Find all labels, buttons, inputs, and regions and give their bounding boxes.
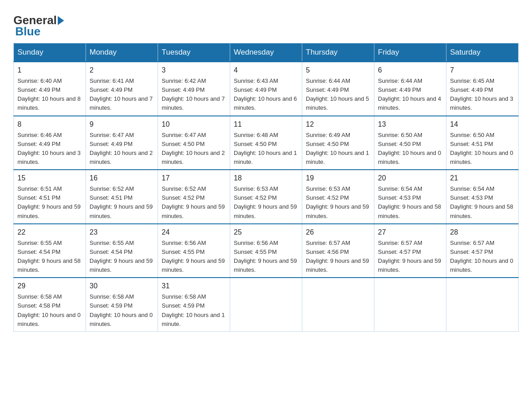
day-number: 27 <box>378 227 442 238</box>
day-info: Sunrise: 6:57 AMSunset: 4:57 PMDaylight:… <box>450 239 515 275</box>
day-number: 28 <box>450 227 515 238</box>
day-number: 10 <box>162 119 226 130</box>
calendar-cell: 9Sunrise: 6:47 AMSunset: 4:49 PMDaylight… <box>86 116 158 170</box>
calendar-cell: 29Sunrise: 6:58 AMSunset: 4:58 PMDayligh… <box>14 278 86 331</box>
weekday-header-tuesday: Tuesday <box>158 43 230 62</box>
calendar-cell <box>302 278 374 331</box>
weekday-header-thursday: Thursday <box>302 43 374 62</box>
calendar-cell <box>374 278 446 331</box>
logo-arrow-icon <box>58 16 64 25</box>
day-number: 1 <box>17 65 82 76</box>
day-info: Sunrise: 6:44 AMSunset: 4:49 PMDaylight:… <box>306 77 370 113</box>
calendar-cell: 7Sunrise: 6:45 AMSunset: 4:49 PMDaylight… <box>446 62 519 116</box>
day-info: Sunrise: 6:55 AMSunset: 4:54 PMDaylight:… <box>17 239 82 275</box>
day-info: Sunrise: 6:58 AMSunset: 4:59 PMDaylight:… <box>162 292 226 329</box>
weekday-header-saturday: Saturday <box>446 43 519 62</box>
day-info: Sunrise: 6:58 AMSunset: 4:59 PMDaylight:… <box>90 292 154 329</box>
weekday-header-sunday: Sunday <box>14 43 86 62</box>
day-info: Sunrise: 6:54 AMSunset: 4:53 PMDaylight:… <box>378 184 442 221</box>
day-number: 13 <box>378 119 442 130</box>
calendar-cell: 6Sunrise: 6:44 AMSunset: 4:49 PMDaylight… <box>374 62 446 116</box>
logo: General Blue <box>13 13 64 39</box>
day-info: Sunrise: 6:58 AMSunset: 4:58 PMDaylight:… <box>17 292 82 329</box>
day-info: Sunrise: 6:53 AMSunset: 4:52 PMDaylight:… <box>234 184 298 221</box>
calendar-cell: 19Sunrise: 6:53 AMSunset: 4:52 PMDayligh… <box>302 170 374 224</box>
day-info: Sunrise: 6:46 AMSunset: 4:49 PMDaylight:… <box>17 131 82 167</box>
day-number: 12 <box>306 119 370 130</box>
day-number: 29 <box>17 281 82 291</box>
day-info: Sunrise: 6:55 AMSunset: 4:54 PMDaylight:… <box>90 239 154 275</box>
day-number: 25 <box>234 227 298 238</box>
day-info: Sunrise: 6:42 AMSunset: 4:49 PMDaylight:… <box>162 77 226 113</box>
day-number: 15 <box>17 173 82 184</box>
week-row-4: 22Sunrise: 6:55 AMSunset: 4:54 PMDayligh… <box>14 224 519 278</box>
day-info: Sunrise: 6:49 AMSunset: 4:50 PMDaylight:… <box>306 131 370 167</box>
calendar-cell: 10Sunrise: 6:47 AMSunset: 4:50 PMDayligh… <box>158 116 230 170</box>
calendar-cell: 13Sunrise: 6:50 AMSunset: 4:50 PMDayligh… <box>374 116 446 170</box>
calendar-cell <box>230 278 302 331</box>
day-info: Sunrise: 6:52 AMSunset: 4:52 PMDaylight:… <box>162 184 226 221</box>
calendar-cell: 26Sunrise: 6:57 AMSunset: 4:56 PMDayligh… <box>302 224 374 278</box>
calendar-cell: 18Sunrise: 6:53 AMSunset: 4:52 PMDayligh… <box>230 170 302 224</box>
calendar-cell: 24Sunrise: 6:56 AMSunset: 4:55 PMDayligh… <box>158 224 230 278</box>
calendar-cell: 4Sunrise: 6:43 AMSunset: 4:49 PMDaylight… <box>230 62 302 116</box>
day-number: 7 <box>450 65 515 76</box>
day-info: Sunrise: 6:57 AMSunset: 4:56 PMDaylight:… <box>306 239 370 275</box>
calendar-cell: 23Sunrise: 6:55 AMSunset: 4:54 PMDayligh… <box>86 224 158 278</box>
weekday-header-wednesday: Wednesday <box>230 43 302 62</box>
day-number: 14 <box>450 119 515 130</box>
calendar-cell: 1Sunrise: 6:40 AMSunset: 4:49 PMDaylight… <box>14 62 86 116</box>
page-header: General Blue <box>13 9 519 39</box>
day-info: Sunrise: 6:51 AMSunset: 4:51 PMDaylight:… <box>17 184 82 221</box>
day-number: 18 <box>234 173 298 184</box>
calendar-cell: 3Sunrise: 6:42 AMSunset: 4:49 PMDaylight… <box>158 62 230 116</box>
day-number: 31 <box>162 281 226 291</box>
calendar-cell: 25Sunrise: 6:56 AMSunset: 4:55 PMDayligh… <box>230 224 302 278</box>
day-info: Sunrise: 6:50 AMSunset: 4:51 PMDaylight:… <box>450 131 515 167</box>
day-number: 8 <box>17 119 82 130</box>
day-number: 19 <box>306 173 370 184</box>
calendar-table: SundayMondayTuesdayWednesdayThursdayFrid… <box>13 43 519 332</box>
calendar-cell: 15Sunrise: 6:51 AMSunset: 4:51 PMDayligh… <box>14 170 86 224</box>
day-info: Sunrise: 6:53 AMSunset: 4:52 PMDaylight:… <box>306 184 370 221</box>
day-number: 20 <box>378 173 442 184</box>
day-info: Sunrise: 6:54 AMSunset: 4:53 PMDaylight:… <box>450 184 515 221</box>
calendar-cell: 22Sunrise: 6:55 AMSunset: 4:54 PMDayligh… <box>14 224 86 278</box>
calendar-cell: 2Sunrise: 6:41 AMSunset: 4:49 PMDaylight… <box>86 62 158 116</box>
day-number: 26 <box>306 227 370 238</box>
week-row-2: 8Sunrise: 6:46 AMSunset: 4:49 PMDaylight… <box>14 116 519 170</box>
day-number: 11 <box>234 119 298 130</box>
day-info: Sunrise: 6:47 AMSunset: 4:49 PMDaylight:… <box>90 131 154 167</box>
day-number: 21 <box>450 173 515 184</box>
calendar-cell: 12Sunrise: 6:49 AMSunset: 4:50 PMDayligh… <box>302 116 374 170</box>
weekday-header-friday: Friday <box>374 43 446 62</box>
calendar-cell: 14Sunrise: 6:50 AMSunset: 4:51 PMDayligh… <box>446 116 519 170</box>
weekday-header-monday: Monday <box>86 43 158 62</box>
day-info: Sunrise: 6:43 AMSunset: 4:49 PMDaylight:… <box>234 77 298 113</box>
week-row-3: 15Sunrise: 6:51 AMSunset: 4:51 PMDayligh… <box>14 170 519 224</box>
day-number: 6 <box>378 65 442 76</box>
day-number: 9 <box>90 119 154 130</box>
calendar-cell: 20Sunrise: 6:54 AMSunset: 4:53 PMDayligh… <box>374 170 446 224</box>
week-row-1: 1Sunrise: 6:40 AMSunset: 4:49 PMDaylight… <box>14 62 519 116</box>
day-info: Sunrise: 6:45 AMSunset: 4:49 PMDaylight:… <box>450 77 515 113</box>
calendar-cell: 16Sunrise: 6:52 AMSunset: 4:51 PMDayligh… <box>86 170 158 224</box>
day-info: Sunrise: 6:57 AMSunset: 4:57 PMDaylight:… <box>378 239 442 275</box>
calendar-cell: 30Sunrise: 6:58 AMSunset: 4:59 PMDayligh… <box>86 278 158 331</box>
day-info: Sunrise: 6:40 AMSunset: 4:49 PMDaylight:… <box>17 77 82 113</box>
calendar-cell: 21Sunrise: 6:54 AMSunset: 4:53 PMDayligh… <box>446 170 519 224</box>
day-number: 3 <box>162 65 226 76</box>
day-number: 23 <box>90 227 154 238</box>
logo-blue-text: Blue <box>15 25 40 39</box>
calendar-cell: 8Sunrise: 6:46 AMSunset: 4:49 PMDaylight… <box>14 116 86 170</box>
day-number: 30 <box>90 281 154 291</box>
weekday-header-row: SundayMondayTuesdayWednesdayThursdayFrid… <box>14 43 519 62</box>
day-info: Sunrise: 6:41 AMSunset: 4:49 PMDaylight:… <box>90 77 154 113</box>
day-number: 16 <box>90 173 154 184</box>
day-number: 2 <box>90 65 154 76</box>
calendar-cell: 31Sunrise: 6:58 AMSunset: 4:59 PMDayligh… <box>158 278 230 331</box>
day-number: 24 <box>162 227 226 238</box>
calendar-cell: 11Sunrise: 6:48 AMSunset: 4:50 PMDayligh… <box>230 116 302 170</box>
day-info: Sunrise: 6:44 AMSunset: 4:49 PMDaylight:… <box>378 77 442 113</box>
calendar-cell: 28Sunrise: 6:57 AMSunset: 4:57 PMDayligh… <box>446 224 519 278</box>
